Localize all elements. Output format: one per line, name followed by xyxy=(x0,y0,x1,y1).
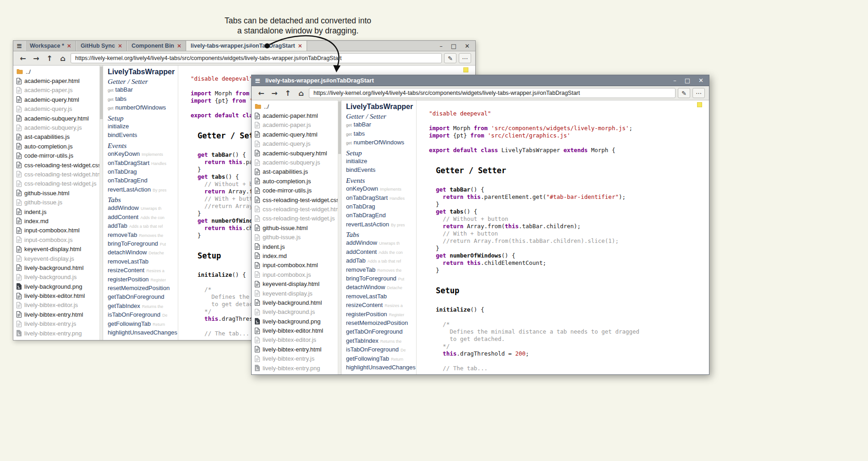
file-item[interactable]: academic-subquery.js xyxy=(252,158,341,167)
file-list-scrollbar[interactable] xyxy=(338,100,341,374)
outline-item[interactable]: revertLastAction By pres xyxy=(346,221,416,230)
file-item[interactable]: input-combobox.html xyxy=(13,226,103,235)
outline-item[interactable]: onTabDragEnd xyxy=(346,212,416,220)
file-item[interactable]: academic-query.html xyxy=(13,95,103,104)
file-item[interactable]: keyevent-display.html xyxy=(252,279,341,288)
file-item[interactable]: input-combobox.js xyxy=(252,270,341,279)
url-input[interactable]: https://lively-kernel.org/lively4/lively… xyxy=(309,88,676,98)
file-item[interactable]: css-reloading-test-widget.css xyxy=(13,160,103,170)
file-item[interactable]: css-reloading-test-widget.js xyxy=(252,214,341,223)
outline-item[interactable]: Setup xyxy=(108,114,178,123)
outline-item[interactable]: bringToForeground Put xyxy=(108,240,178,249)
file-item[interactable]: lively-bibtex-entry.png xyxy=(252,363,341,373)
url-input[interactable]: https://lively-kernel.org/lively4/lively… xyxy=(71,53,442,63)
file-item[interactable]: ast-capabilities.js xyxy=(13,132,103,142)
more-button[interactable]: ⋯ xyxy=(459,53,471,63)
outline-item[interactable]: Events xyxy=(108,142,178,150)
menu-icon[interactable]: ≡ xyxy=(252,77,264,85)
outline-item[interactable]: detachWindow Detache xyxy=(346,284,416,292)
outline-item[interactable]: initialize xyxy=(346,158,416,166)
outline-item[interactable]: onTabDrag xyxy=(108,168,178,177)
file-item[interactable]: lively-background.html xyxy=(13,263,103,272)
outline-item[interactable]: Setup xyxy=(346,149,416,158)
forward-button[interactable]: → xyxy=(269,88,280,99)
file-item[interactable]: academic-paper.html xyxy=(13,76,103,85)
outline-item[interactable]: revertLastAction By pres xyxy=(108,186,178,195)
outline-item[interactable]: get numberOfWindows xyxy=(346,139,416,148)
outline-item[interactable]: Getter / Setter xyxy=(108,77,178,86)
outline-item[interactable]: Events xyxy=(346,176,416,185)
menu-icon[interactable]: ≡ xyxy=(13,41,25,51)
file-item[interactable]: keyevent-display.js xyxy=(252,289,341,298)
more-button[interactable]: ⋯ xyxy=(692,88,705,98)
outline-item[interactable]: registerPosition Register xyxy=(346,311,416,319)
file-item[interactable]: ../ xyxy=(252,102,341,111)
minimize-button[interactable]: – xyxy=(439,43,443,49)
outline-item[interactable]: resetMemoizedPosition xyxy=(346,319,416,328)
outline-item[interactable]: onTabDragStart Handles xyxy=(346,194,416,203)
outline-item[interactable]: get tabs xyxy=(108,95,178,104)
forward-button[interactable]: → xyxy=(31,53,42,64)
outline-item[interactable]: bindEvents xyxy=(108,132,178,140)
tab-close-icon[interactable]: × xyxy=(118,43,122,49)
outline-item[interactable]: getFollowingTab Return xyxy=(346,355,416,364)
outline-item[interactable]: addContent Adds the con xyxy=(346,248,416,257)
minimize-button[interactable]: – xyxy=(673,77,676,83)
outline-item[interactable]: Tabs xyxy=(108,196,178,204)
file-item[interactable]: lively-bibtex-entry.html xyxy=(252,345,341,354)
outline-item[interactable]: removeLastTab xyxy=(346,293,416,302)
up-button[interactable]: ↑ xyxy=(282,88,293,99)
outline-item[interactable]: Getter / Setter xyxy=(346,112,416,121)
file-item[interactable]: auto-completion.js xyxy=(252,176,341,186)
outline-item[interactable]: getTabIndex Returns the xyxy=(108,302,178,311)
file-item[interactable]: academic-query.html xyxy=(252,130,341,139)
maximize-button[interactable]: □ xyxy=(451,43,456,49)
file-item[interactable]: academic-paper.js xyxy=(252,121,341,130)
outline-item[interactable]: isTabOnForeground De xyxy=(346,346,416,355)
outline-item[interactable]: bindEvents xyxy=(346,166,416,175)
file-item[interactable]: index.md xyxy=(252,251,341,260)
file-item[interactable]: indent.js xyxy=(252,242,341,251)
file-item[interactable]: academic-subquery.js xyxy=(13,123,103,132)
file-item[interactable]: academic-subquery.html xyxy=(13,114,103,123)
file-item[interactable]: github-issue.html xyxy=(252,223,341,232)
outline-item[interactable]: addTab Adds a tab that ref xyxy=(108,222,178,231)
file-item[interactable]: css-reloading-test-widget.html xyxy=(252,204,341,214)
file-item[interactable]: github-issue.js xyxy=(13,198,103,207)
file-item[interactable]: code-mirror-utils.js xyxy=(13,151,103,160)
maximize-button[interactable]: □ xyxy=(685,77,690,83)
tab[interactable]: GitHub Sync × xyxy=(76,41,127,51)
file-item[interactable]: academic-query.js xyxy=(252,139,341,148)
code-editor[interactable]: "disable deepeval" import Morph from 'sr… xyxy=(417,100,709,374)
file-item[interactable]: github-issue.html xyxy=(13,188,103,198)
file-item[interactable]: input-combobox.html xyxy=(252,261,341,270)
file-item[interactable]: lively-bibtex-editor.js xyxy=(252,335,341,345)
outline-item[interactable]: addWindow Unwraps th xyxy=(346,239,416,248)
home-button[interactable]: ⌂ xyxy=(57,53,68,64)
file-item[interactable]: lively-bibtex-editor.html xyxy=(252,326,341,335)
close-button[interactable]: ✕ xyxy=(465,43,470,49)
outline-item[interactable]: get tabs xyxy=(346,130,416,139)
outline-item[interactable]: highlightUnsavedChanges xyxy=(346,364,416,373)
back-button[interactable]: ← xyxy=(17,53,28,64)
outline-item[interactable]: highlightUnsavedChanges xyxy=(108,329,178,338)
outline-item[interactable]: getFollowingTab Return xyxy=(108,320,178,329)
file-item[interactable]: lively-background.html xyxy=(252,298,341,307)
outline-item[interactable]: registerPosition Register xyxy=(108,276,178,285)
file-item[interactable]: css-reloading-test-widget.html xyxy=(13,170,103,179)
scrollbar-thumb[interactable] xyxy=(100,66,103,119)
file-item[interactable]: lively-bibtex-editor.html xyxy=(13,291,103,300)
file-item[interactable]: input-combobox.js xyxy=(13,235,103,244)
back-button[interactable]: ← xyxy=(256,88,267,99)
scrollbar-thumb[interactable] xyxy=(338,101,341,154)
file-list-scrollbar[interactable] xyxy=(99,66,103,340)
tab-close-icon[interactable]: × xyxy=(177,43,181,49)
file-item[interactable]: keyevent-display.js xyxy=(13,254,103,263)
outline-item[interactable]: isTabOnForeground De xyxy=(108,311,178,320)
outline-item[interactable]: onTabDragStart Handles xyxy=(108,159,178,168)
file-item[interactable]: css-reloading-test-widget.css xyxy=(252,195,341,204)
edit-button[interactable]: ✎ xyxy=(678,88,690,98)
file-item[interactable]: ../ xyxy=(13,67,103,76)
file-item[interactable]: lively-background.js xyxy=(252,307,341,317)
file-item[interactable]: index.md xyxy=(13,216,103,225)
